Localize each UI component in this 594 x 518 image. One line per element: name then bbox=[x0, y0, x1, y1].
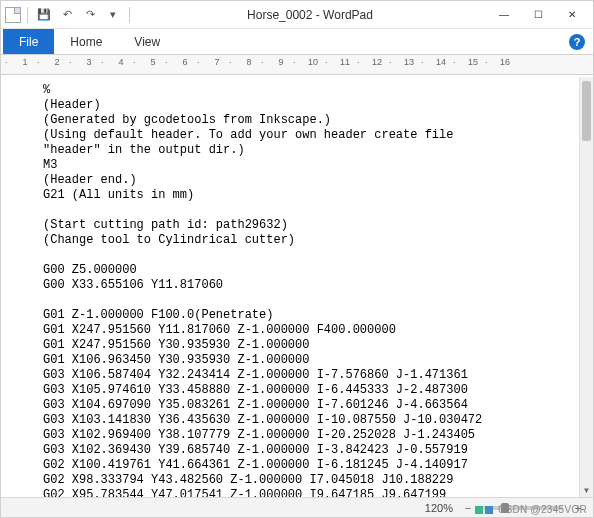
zoom-slider[interactable] bbox=[483, 506, 563, 510]
help-icon[interactable]: ? bbox=[569, 34, 585, 50]
vertical-scrollbar[interactable]: ▼ bbox=[579, 77, 593, 497]
redo-button[interactable]: ↷ bbox=[80, 5, 100, 25]
separator bbox=[27, 7, 28, 23]
status-bar: 120% − + bbox=[1, 497, 593, 517]
undo-button[interactable]: ↶ bbox=[57, 5, 77, 25]
qat-dropdown[interactable]: ▾ bbox=[103, 5, 123, 25]
tab-home[interactable]: Home bbox=[54, 29, 118, 54]
spacer bbox=[176, 29, 569, 54]
document-text[interactable]: % (Header) (Generated by gcodetools from… bbox=[1, 77, 579, 497]
ruler: 12345678910111213141516 bbox=[1, 55, 593, 75]
zoom-out-button[interactable]: − bbox=[461, 502, 475, 514]
window-controls: — ☐ ✕ bbox=[487, 3, 589, 27]
zoom-in-button[interactable]: + bbox=[571, 502, 585, 514]
app-icon bbox=[5, 7, 21, 23]
tab-strip: File Home View ? bbox=[1, 29, 593, 55]
tab-file[interactable]: File bbox=[3, 29, 54, 54]
ruler-tick: 16 bbox=[489, 57, 521, 67]
tab-view[interactable]: View bbox=[118, 29, 176, 54]
minimize-button[interactable]: — bbox=[487, 3, 521, 27]
quick-access-toolbar: 💾 ↶ ↷ ▾ bbox=[5, 5, 133, 25]
window-title: Horse_0002 - WordPad bbox=[133, 8, 487, 22]
zoom-label: 120% bbox=[425, 502, 453, 514]
document-area[interactable]: % (Header) (Generated by gcodetools from… bbox=[1, 77, 579, 497]
scroll-down-arrow[interactable]: ▼ bbox=[580, 483, 593, 497]
close-button[interactable]: ✕ bbox=[555, 3, 589, 27]
titlebar: 💾 ↶ ↷ ▾ Horse_0002 - WordPad — ☐ ✕ bbox=[1, 1, 593, 29]
save-button[interactable]: 💾 bbox=[34, 5, 54, 25]
maximize-button[interactable]: ☐ bbox=[521, 3, 555, 27]
separator bbox=[129, 7, 130, 23]
scrollbar-thumb[interactable] bbox=[582, 81, 591, 141]
